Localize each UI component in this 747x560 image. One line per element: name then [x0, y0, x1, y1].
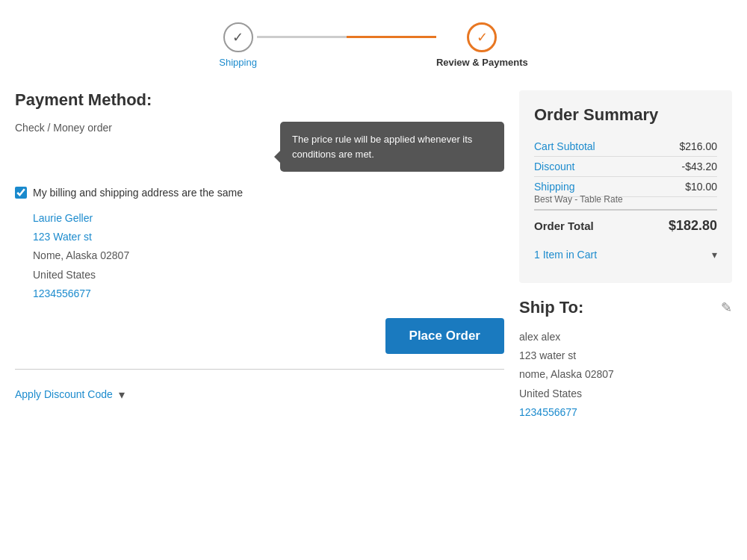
order-total-row: Order Total $182.80 — [534, 209, 717, 241]
place-order-button[interactable]: Place Order — [385, 318, 504, 354]
ship-to-address-block: alex alex 123 water st nome, Alaska 0280… — [519, 328, 732, 422]
ship-to-street: 123 water st — [519, 346, 732, 365]
summary-value-discount: -$43.20 — [682, 161, 717, 172]
step-circle-shipping: ✓ — [223, 22, 253, 52]
step-label-shipping[interactable]: Shipping — [219, 57, 257, 68]
discount-chevron-icon: ▾ — [119, 388, 125, 402]
items-in-cart-row[interactable]: 1 Item in Cart ▾ — [534, 241, 717, 268]
summary-row-subtotal: Cart Subtotal $216.00 — [534, 137, 717, 157]
billing-city-state: Nome, Alaska 02807 — [33, 246, 504, 265]
billing-same-checkbox[interactable] — [15, 187, 27, 199]
shipping-sub-label: Best Way - Table Rate — [534, 194, 717, 205]
billing-same-label: My billing and shipping address are the … — [33, 187, 243, 199]
left-panel: Payment Method: Check / Money order The … — [15, 90, 504, 429]
summary-label-discount: Discount — [534, 161, 574, 172]
billing-name: Laurie Geller — [33, 209, 504, 228]
connector-left — [257, 36, 347, 38]
summary-label-shipping: Shipping — [534, 181, 575, 193]
ship-to-title: Ship To: — [519, 298, 583, 317]
billing-same-row[interactable]: My billing and shipping address are the … — [15, 187, 504, 199]
step-review: ✓ Review & Payments — [436, 22, 528, 68]
items-cart-chevron-icon: ▾ — [712, 249, 717, 261]
summary-value-subtotal: $216.00 — [679, 140, 717, 152]
payment-method-label: Check / Money order — [15, 122, 250, 134]
ship-to-header: Ship To: ✎ — [519, 298, 732, 317]
ship-to-box: Ship To: ✎ alex alex 123 water st nome, … — [519, 298, 732, 429]
step-shipping: ✓ Shipping — [219, 22, 257, 68]
divider — [15, 369, 504, 370]
payment-tooltip-row: Check / Money order The price rule will … — [15, 122, 504, 172]
ship-to-phone: 1234556677 — [519, 403, 732, 422]
order-summary-box: Order Summary Cart Subtotal $216.00 Disc… — [519, 90, 732, 283]
ship-to-country: United States — [519, 385, 732, 403]
billing-address-block: Laurie Geller 123 Water st Nome, Alaska … — [33, 209, 504, 303]
items-in-cart-label: 1 Item in Cart — [534, 249, 597, 261]
ship-to-name: alex alex — [519, 328, 732, 346]
step-label-review: Review & Payments — [436, 57, 528, 68]
connector-right — [347, 36, 436, 38]
place-order-area: Place Order — [15, 318, 504, 354]
order-summary-title: Order Summary — [534, 105, 717, 125]
order-total-value: $182.80 — [669, 218, 717, 234]
apply-discount-label: Apply Discount Code — [15, 388, 113, 400]
payment-left: Check / Money order — [15, 122, 250, 143]
right-panel: Order Summary Cart Subtotal $216.00 Disc… — [519, 90, 732, 429]
step-circle-review: ✓ — [467, 22, 497, 52]
order-total-label: Order Total — [534, 220, 594, 232]
tooltip-box: The price rule will be applied whenever … — [280, 122, 504, 172]
tooltip-text: The price rule will be applied whenever … — [292, 134, 472, 160]
discount-code-row[interactable]: Apply Discount Code ▾ — [15, 382, 504, 408]
billing-street: 123 Water st — [33, 228, 504, 246]
summary-row-discount: Discount -$43.20 — [534, 157, 717, 177]
billing-phone: 1234556677 — [33, 284, 504, 303]
edit-ship-to-icon[interactable]: ✎ — [721, 299, 732, 316]
summary-label-subtotal: Cart Subtotal — [534, 140, 595, 152]
summary-row-shipping-wrapper: Shipping $10.00 Best Way - Table Rate — [534, 177, 717, 205]
billing-country: United States — [33, 266, 504, 284]
ship-to-city-state: nome, Alaska 02807 — [519, 365, 732, 384]
progress-bar: ✓ Shipping ✓ Review & Payments — [15, 15, 732, 68]
main-layout: Payment Method: Check / Money order The … — [15, 90, 732, 429]
payment-method-title: Payment Method: — [15, 90, 504, 110]
summary-value-shipping: $10.00 — [685, 181, 717, 193]
